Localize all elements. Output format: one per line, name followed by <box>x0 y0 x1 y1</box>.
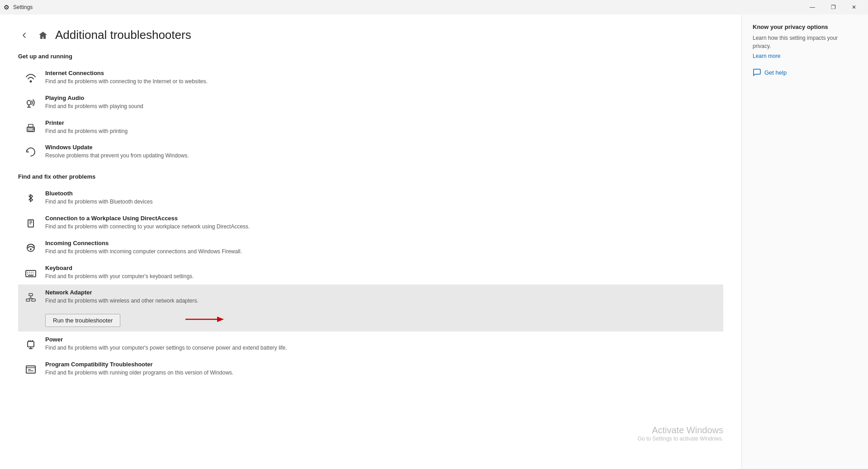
item-text-keyboard: Keyboard Find and fix problems with your… <box>45 265 718 280</box>
item-text-directaccess: Connection to a Workplace Using DirectAc… <box>45 215 718 231</box>
back-button[interactable] <box>18 29 31 42</box>
page-header: Additional troubleshooters <box>18 28 723 42</box>
printer-icon <box>24 120 38 135</box>
item-printer[interactable]: Printer Find and fix problems with print… <box>18 115 723 140</box>
content-area: Additional troubleshooters Get up and ru… <box>0 14 741 469</box>
item-text-audio: Playing Audio Find and fix problems with… <box>45 95 718 110</box>
item-desc-power: Find and fix problems with your computer… <box>45 344 718 352</box>
item-desc-directaccess: Find and fix problems with connecting to… <box>45 223 718 231</box>
incoming-icon <box>24 241 38 255</box>
item-windows-update[interactable]: Windows Update Resolve problems that pre… <box>18 139 723 164</box>
item-desc-internet: Find and fix problems with connecting to… <box>45 78 718 85</box>
privacy-desc: Learn how this setting impacts your priv… <box>753 34 857 50</box>
item-text-update: Windows Update Resolve problems that pre… <box>45 144 718 160</box>
item-title-bluetooth: Bluetooth <box>45 190 718 197</box>
item-internet-connections[interactable]: Internet Connections Find and fix proble… <box>18 65 723 90</box>
bluetooth-icon <box>24 191 38 205</box>
item-title-network: Network Adapter <box>45 289 718 296</box>
item-desc-network: Find and fix problems with wireless and … <box>45 297 718 305</box>
item-title-audio: Playing Audio <box>45 95 718 101</box>
item-power[interactable]: Power Find and fix problems with your co… <box>18 332 723 356</box>
item-text-internet: Internet Connections Find and fix proble… <box>45 70 718 85</box>
update-icon <box>24 145 38 159</box>
item-desc-bluetooth: Find and fix problems with Bluetooth dev… <box>45 198 718 206</box>
get-help-label: Get help <box>764 69 787 76</box>
section-find-fix: Find and fix other problems Bluetooth Fi… <box>18 173 723 381</box>
item-text-incoming: Incoming Connections Find and fix proble… <box>45 240 718 256</box>
svg-line-28 <box>28 298 31 299</box>
wifi-icon <box>24 71 38 85</box>
svg-rect-32 <box>28 341 34 347</box>
page-title: Additional troubleshooters <box>55 28 191 42</box>
network-icon <box>24 290 38 304</box>
item-text-program: Program Compatibility Troubleshooter Fin… <box>45 361 718 377</box>
item-directaccess[interactable]: Connection to a Workplace Using DirectAc… <box>18 210 723 235</box>
svg-point-1 <box>27 100 31 105</box>
activate-title: Activate Windows <box>638 425 723 436</box>
audio-icon <box>24 95 38 110</box>
item-title-program: Program Compatibility Troubleshooter <box>45 361 718 368</box>
item-desc-incoming: Find and fix problems with incoming comp… <box>45 248 718 256</box>
item-incoming-connections[interactable]: Incoming Connections Find and fix proble… <box>18 235 723 260</box>
item-title-update: Windows Update <box>45 144 718 151</box>
section-heading-get-up-running: Get up and running <box>18 53 723 60</box>
run-btn-container: Run the troubleshooter <box>18 309 723 332</box>
titlebar: ⚙ Settings — ❐ ✕ <box>0 0 868 14</box>
directaccess-icon <box>24 216 38 230</box>
item-title-printer: Printer <box>45 119 718 126</box>
item-title-directaccess: Connection to a Workplace Using DirectAc… <box>45 215 718 222</box>
item-title-keyboard: Keyboard <box>45 265 718 271</box>
item-text-power: Power Find and fix problems with your co… <box>45 336 718 352</box>
activate-watermark: Activate Windows Go to Settings to activ… <box>638 425 723 442</box>
svg-point-0 <box>30 81 32 83</box>
section-get-up-running: Get up and running Internet Connections … <box>18 53 723 164</box>
learn-more-link[interactable]: Learn more <box>753 53 857 59</box>
item-playing-audio[interactable]: Playing Audio Find and fix problems with… <box>18 90 723 115</box>
restore-button[interactable]: ❐ <box>823 0 844 14</box>
chat-icon <box>753 68 761 76</box>
svg-rect-24 <box>29 294 33 296</box>
item-title-power: Power <box>45 336 718 343</box>
item-text-network: Network Adapter Find and fix problems wi… <box>45 289 718 305</box>
sidebar: Know your privacy options Learn how this… <box>741 14 868 469</box>
item-bluetooth[interactable]: Bluetooth Find and fix problems with Blu… <box>18 185 723 210</box>
item-text-printer: Printer Find and fix problems with print… <box>45 119 718 135</box>
item-desc-keyboard: Find and fix problems with your computer… <box>45 273 718 280</box>
privacy-section: Know your privacy options Learn how this… <box>753 24 857 59</box>
titlebar-controls: — ❐ ✕ <box>802 0 864 14</box>
item-title-internet: Internet Connections <box>45 70 718 76</box>
item-network-adapter[interactable]: Network Adapter Find and fix problems wi… <box>18 284 723 309</box>
power-icon <box>24 337 38 351</box>
item-text-bluetooth: Bluetooth Find and fix problems with Blu… <box>45 190 718 206</box>
item-program-compat[interactable]: Program Compatibility Troubleshooter Fin… <box>18 356 723 381</box>
settings-icon: ⚙ <box>4 4 9 11</box>
item-desc-printer: Find and fix problems with printing <box>45 128 718 135</box>
titlebar-title: Settings <box>13 4 33 10</box>
back-icon <box>21 32 28 39</box>
svg-marker-31 <box>217 317 224 322</box>
item-desc-audio: Find and fix problems with playing sound <box>45 103 718 110</box>
arrow-annotation <box>185 313 226 326</box>
item-desc-update: Resolve problems that prevent you from u… <box>45 152 718 160</box>
svg-rect-25 <box>26 299 30 301</box>
main-content: Additional troubleshooters Get up and ru… <box>0 14 868 469</box>
svg-point-13 <box>30 248 32 250</box>
titlebar-left: ⚙ Settings <box>4 4 33 11</box>
keyboard-icon <box>24 265 38 280</box>
item-desc-program: Find and fix problems with running older… <box>45 369 718 377</box>
program-icon <box>24 362 38 376</box>
item-keyboard[interactable]: Keyboard Find and fix problems with your… <box>18 260 723 285</box>
minimize-button[interactable]: — <box>802 0 823 14</box>
svg-rect-26 <box>32 299 35 301</box>
svg-point-7 <box>33 128 34 129</box>
privacy-title: Know your privacy options <box>753 24 857 30</box>
svg-line-29 <box>31 298 33 299</box>
item-title-incoming: Incoming Connections <box>45 240 718 246</box>
home-icon <box>38 30 48 40</box>
svg-rect-6 <box>28 129 33 131</box>
close-button[interactable]: ✕ <box>844 0 864 14</box>
run-troubleshooter-button[interactable]: Run the troubleshooter <box>45 314 120 327</box>
section-heading-find-fix: Find and fix other problems <box>18 173 723 180</box>
activate-desc: Go to Settings to activate Windows. <box>638 436 723 442</box>
get-help-button[interactable]: Get help <box>753 68 857 76</box>
